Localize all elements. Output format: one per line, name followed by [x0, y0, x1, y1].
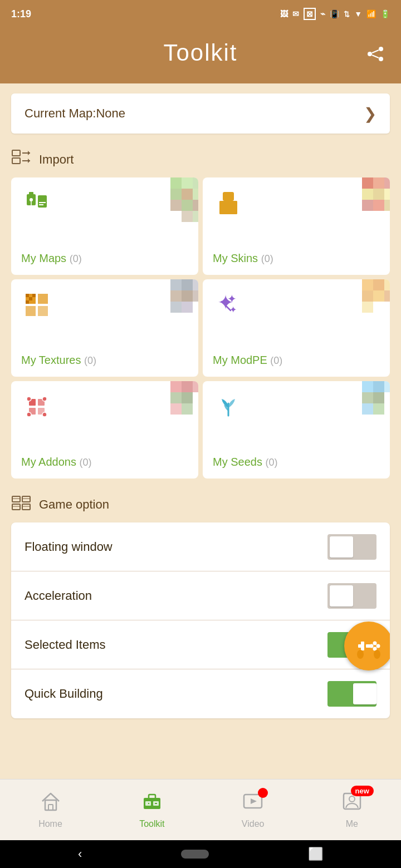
- svg-rect-15: [182, 189, 193, 200]
- svg-line-4: [372, 55, 379, 58]
- svg-rect-89: [362, 403, 373, 415]
- nav-video[interactable]: Video: [242, 791, 265, 829]
- option-row-acceleration[interactable]: Acceleration: [11, 571, 390, 620]
- svg-rect-20: [182, 211, 193, 222]
- toolkit-nav-label: Toolkit: [139, 819, 164, 829]
- svg-point-24: [30, 198, 33, 201]
- svg-rect-97: [22, 504, 30, 510]
- svg-rect-29: [362, 177, 373, 189]
- bluetooth-icon: ⌁: [320, 9, 325, 19]
- modpe-icon: ✦ ✦ ✦: [214, 290, 243, 325]
- svg-rect-13: [193, 177, 198, 189]
- svg-rect-31: [384, 177, 390, 189]
- mail-icon: ✉: [292, 9, 299, 18]
- svg-point-2: [379, 57, 383, 61]
- svg-rect-30: [373, 177, 384, 189]
- bottom-nav: Home Toolkit Video: [0, 779, 401, 840]
- status-icons: 🖼 ✉ ⊠ ⌁ 📳 ⇅ ▼ 📶 🔋: [280, 8, 390, 20]
- signal-icon: 📶: [366, 9, 376, 18]
- svg-rect-73: [182, 392, 193, 403]
- option-row-floating-window[interactable]: Floating window: [11, 522, 390, 571]
- textures-label: My Textures (0): [21, 354, 96, 367]
- option-row-selected-items[interactable]: Selected Items: [11, 620, 390, 669]
- current-map-row[interactable]: Current Map:None ❯: [11, 93, 390, 134]
- video-nav-label: Video: [242, 819, 265, 829]
- svg-rect-36: [373, 200, 384, 211]
- svg-rect-5: [12, 150, 20, 156]
- acceleration-label: Acceleration: [25, 589, 92, 603]
- svg-rect-91: [12, 496, 20, 502]
- svg-rect-86: [384, 381, 390, 392]
- svg-rect-52: [29, 297, 32, 300]
- grid-item-textures[interactable]: My Textures (0): [11, 279, 198, 377]
- svg-rect-70: [182, 381, 193, 392]
- grid-item-skins[interactable]: My Skins (0): [203, 177, 390, 275]
- nav-toolkit[interactable]: Toolkit: [139, 791, 164, 829]
- svg-line-3: [372, 50, 379, 53]
- svg-rect-58: [362, 279, 373, 290]
- share-button[interactable]: [366, 46, 384, 65]
- svg-point-80: [27, 397, 31, 401]
- addons-label: My Addons (0): [21, 456, 92, 468]
- home-button[interactable]: [181, 850, 209, 859]
- arrows-icon: ⇅: [344, 10, 350, 18]
- floating-window-label: Floating window: [25, 540, 113, 554]
- svg-rect-21: [193, 211, 198, 222]
- svg-rect-44: [193, 279, 198, 290]
- battery-icon: 🔋: [380, 9, 390, 18]
- svg-point-82: [27, 412, 31, 417]
- svg-point-108: [357, 650, 364, 659]
- nav-me[interactable]: new Me: [341, 791, 363, 829]
- svg-rect-48: [170, 302, 182, 313]
- game-controller-badge: [344, 622, 390, 670]
- toolkit-nav-icon: [141, 791, 163, 816]
- svg-rect-40: [219, 201, 224, 214]
- nav-home[interactable]: Home: [38, 791, 62, 829]
- svg-text:✦: ✦: [227, 293, 237, 305]
- video-badge: [258, 788, 268, 798]
- svg-rect-43: [182, 279, 193, 290]
- acceleration-toggle[interactable]: [327, 583, 376, 609]
- maps-icon: [22, 189, 51, 223]
- svg-rect-102: [361, 642, 364, 646]
- svg-marker-10: [28, 159, 30, 163]
- current-map-arrow: ❯: [364, 105, 376, 123]
- seeds-label: My Seeds (0): [213, 456, 277, 468]
- home-nav-label: Home: [38, 819, 62, 829]
- option-row-quick-building[interactable]: Quick Building: [11, 669, 390, 718]
- grid-item-maps[interactable]: My Maps (0): [11, 177, 198, 275]
- game-option-section: Game option Floating window Acceleration…: [0, 489, 401, 718]
- svg-rect-41: [233, 201, 237, 214]
- svg-rect-61: [362, 290, 373, 302]
- svg-rect-47: [193, 290, 198, 302]
- svg-rect-63: [384, 290, 390, 302]
- quick-building-label: Quick Building: [25, 687, 103, 701]
- current-map-label: Current Map:None: [25, 106, 125, 121]
- svg-rect-42: [170, 279, 182, 290]
- svg-rect-72: [170, 392, 182, 403]
- grid-item-seeds[interactable]: My Seeds (0): [203, 381, 390, 479]
- svg-rect-69: [170, 381, 182, 392]
- content-grid: My Maps (0): [0, 177, 401, 479]
- app-header: Toolkit: [0, 28, 401, 83]
- svg-rect-35: [362, 200, 373, 211]
- grid-item-addons[interactable]: My Addons (0): [11, 381, 198, 479]
- svg-rect-23: [29, 192, 33, 195]
- svg-rect-27: [39, 202, 46, 203]
- svg-rect-85: [373, 381, 384, 392]
- svg-point-83: [42, 412, 47, 417]
- svg-rect-38: [223, 192, 234, 201]
- status-bar: 1:19 🖼 ✉ ⊠ ⌁ 📳 ⇅ ▼ 📶 🔋: [0, 0, 401, 28]
- game-option-header: Game option: [0, 489, 401, 522]
- grid-item-modpe[interactable]: ✦ ✦ ✦ My ModPE (0): [203, 279, 390, 377]
- options-card: Floating window Acceleration Selected It…: [11, 522, 390, 718]
- crop-icon: ⊠: [304, 8, 316, 20]
- recents-button[interactable]: ⬜: [308, 847, 323, 861]
- quick-building-toggle[interactable]: [327, 681, 376, 707]
- addons-icon: [22, 392, 51, 427]
- svg-rect-113: [149, 795, 155, 799]
- svg-rect-64: [362, 302, 373, 313]
- floating-window-toggle[interactable]: [327, 534, 376, 560]
- import-section-header: Import: [0, 144, 401, 177]
- back-button[interactable]: ‹: [78, 847, 82, 861]
